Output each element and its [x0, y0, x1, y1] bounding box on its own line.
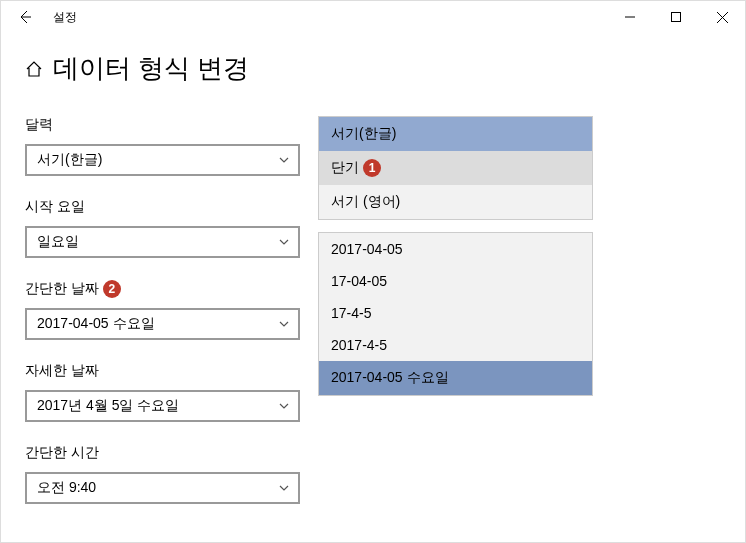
home-icon[interactable] — [25, 60, 43, 78]
long-date-label: 자세한 날짜 — [25, 362, 300, 380]
chevron-down-icon — [278, 154, 290, 166]
short-date-label: 간단한 날짜 2 — [25, 280, 300, 298]
chevron-down-icon — [278, 400, 290, 412]
dropdown-item-label: 2017-04-05 — [331, 241, 403, 257]
calendar-dropdown: 서기(한글)단기1서기 (영어) — [318, 116, 593, 220]
chevron-down-icon — [278, 482, 290, 494]
dropdown-item[interactable]: 2017-04-05 수요일 — [319, 361, 592, 395]
window-controls — [607, 1, 745, 33]
dropdown-item-label: 서기 (영어) — [331, 193, 400, 211]
calendar-value: 서기(한글) — [37, 151, 102, 169]
field-calendar: 달력 서기(한글) — [25, 116, 300, 176]
close-icon — [717, 12, 728, 23]
page-header: 데이터 형식 변경 — [25, 51, 721, 86]
long-date-value: 2017년 4월 5일 수요일 — [37, 397, 179, 415]
short-time-label: 간단한 시간 — [25, 444, 300, 462]
dropdown-item-label: 2017-4-5 — [331, 337, 387, 353]
dropdown-item-label: 17-4-5 — [331, 305, 371, 321]
long-date-combo[interactable]: 2017년 4월 5일 수요일 — [25, 390, 300, 422]
back-button[interactable] — [11, 3, 39, 31]
dropdown-item[interactable]: 17-04-05 — [319, 265, 592, 297]
content: 데이터 형식 변경 달력 서기(한글) 시작 요일 일요일 — [1, 33, 745, 526]
titlebar: 설정 — [1, 1, 745, 33]
maximize-icon — [671, 12, 681, 22]
dropdown-item[interactable]: 서기 (영어) — [319, 185, 592, 219]
page-title: 데이터 형식 변경 — [53, 51, 249, 86]
first-day-value: 일요일 — [37, 233, 79, 251]
short-time-combo[interactable]: 오전 9:40 — [25, 472, 300, 504]
field-short-date: 간단한 날짜 2 2017-04-05 수요일 — [25, 280, 300, 340]
dropdown-item[interactable]: 단기1 — [319, 151, 592, 185]
dropdown-item-label: 서기(한글) — [331, 125, 396, 143]
calendar-label: 달력 — [25, 116, 300, 134]
side-column: 서기(한글)단기1서기 (영어) 2017-04-0517-04-0517-4-… — [318, 116, 593, 526]
badge-1: 1 — [363, 159, 381, 177]
dropdown-item-label: 17-04-05 — [331, 273, 387, 289]
dropdown-item-label: 2017-04-05 수요일 — [331, 369, 449, 387]
first-day-label: 시작 요일 — [25, 198, 300, 216]
maximize-button[interactable] — [653, 1, 699, 33]
calendar-combo[interactable]: 서기(한글) — [25, 144, 300, 176]
field-long-date: 자세한 날짜 2017년 4월 5일 수요일 — [25, 362, 300, 422]
field-first-day: 시작 요일 일요일 — [25, 198, 300, 258]
minimize-icon — [625, 12, 635, 22]
arrow-left-icon — [17, 9, 33, 25]
short-time-value: 오전 9:40 — [37, 479, 96, 497]
short-date-combo[interactable]: 2017-04-05 수요일 — [25, 308, 300, 340]
dropdown-item[interactable]: 2017-4-5 — [319, 329, 592, 361]
short-date-label-text: 간단한 날짜 — [25, 280, 99, 298]
chevron-down-icon — [278, 318, 290, 330]
short-date-dropdown: 2017-04-0517-04-0517-4-52017-4-52017-04-… — [318, 232, 593, 396]
svg-rect-0 — [672, 13, 681, 22]
dropdown-item[interactable]: 2017-04-05 — [319, 233, 592, 265]
field-short-time: 간단한 시간 오전 9:40 — [25, 444, 300, 504]
close-button[interactable] — [699, 1, 745, 33]
form-column: 달력 서기(한글) 시작 요일 일요일 — [25, 116, 300, 526]
dropdown-item[interactable]: 서기(한글) — [319, 117, 592, 151]
minimize-button[interactable] — [607, 1, 653, 33]
badge-2: 2 — [103, 280, 121, 298]
app-title: 설정 — [53, 9, 77, 26]
short-date-value: 2017-04-05 수요일 — [37, 315, 155, 333]
first-day-combo[interactable]: 일요일 — [25, 226, 300, 258]
dropdown-item-label: 단기 — [331, 159, 359, 177]
form-region: 달력 서기(한글) 시작 요일 일요일 — [25, 116, 721, 526]
chevron-down-icon — [278, 236, 290, 248]
dropdown-item[interactable]: 17-4-5 — [319, 297, 592, 329]
